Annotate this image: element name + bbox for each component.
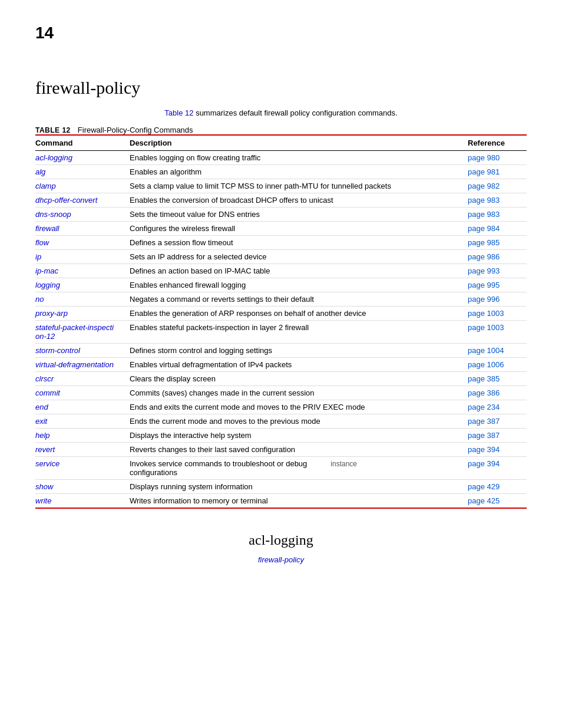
reference-link[interactable]: page 425 bbox=[468, 496, 500, 505]
reference-link[interactable]: page 985 bbox=[468, 238, 500, 247]
description-text: Writes information to memory or terminal bbox=[130, 496, 268, 505]
reference-link[interactable]: page 386 bbox=[468, 388, 500, 397]
command-link[interactable]: end bbox=[35, 403, 48, 411]
command-link[interactable]: acl-logging bbox=[35, 153, 72, 162]
description-text: Enables enhanced firewall logging bbox=[130, 281, 246, 289]
cell-description: Enables logging on flow creating traffic bbox=[130, 151, 468, 165]
command-link[interactable]: firewall bbox=[35, 224, 59, 233]
cell-command: clamp bbox=[35, 179, 130, 193]
command-link[interactable]: write bbox=[35, 496, 51, 505]
command-link[interactable]: ip bbox=[35, 252, 41, 261]
cell-description: Ends and exits the current mode and move… bbox=[130, 400, 468, 414]
description-text: Enables an algorithm bbox=[130, 167, 201, 176]
table-12-link[interactable]: Table 12 bbox=[164, 108, 193, 117]
subsection-link[interactable]: firewall-policy bbox=[35, 555, 527, 564]
table-row: firewallConfigures the wireless firewall… bbox=[35, 222, 527, 236]
command-link[interactable]: stateful-packet-inspection-12 bbox=[35, 323, 114, 341]
table-row: serviceInvokes service commands to troub… bbox=[35, 457, 527, 480]
description-text: Sets a clamp value to limit TCP MSS to i… bbox=[130, 182, 391, 190]
reference-link[interactable]: page 387 bbox=[468, 431, 500, 440]
command-link[interactable]: commit bbox=[35, 388, 60, 397]
description-text: Clears the display screen bbox=[130, 374, 216, 383]
reference-link[interactable]: page 234 bbox=[468, 403, 500, 411]
cell-reference: page 986 bbox=[468, 250, 527, 264]
command-link[interactable]: show bbox=[35, 482, 53, 491]
intro-rest: summarizes default firewall policy confi… bbox=[196, 108, 397, 117]
table-row: clrscrClears the display screenpage 385 bbox=[35, 372, 527, 386]
cell-description: Ends the current mode and moves to the p… bbox=[130, 414, 468, 429]
reference-link[interactable]: page 385 bbox=[468, 374, 500, 383]
cell-description: Commits (saves) changes made in the curr… bbox=[130, 386, 468, 400]
cell-command: virtual-defragmentation bbox=[35, 358, 130, 372]
command-link[interactable]: revert bbox=[35, 445, 55, 454]
cell-reference: page 429 bbox=[468, 480, 527, 494]
cell-description: Displays the interactive help system bbox=[130, 429, 468, 443]
reference-link[interactable]: page 1006 bbox=[468, 360, 504, 369]
reference-link[interactable]: page 982 bbox=[468, 182, 500, 190]
command-link[interactable]: dhcp-offer-convert bbox=[35, 196, 97, 205]
table-row: helpDisplays the interactive help system… bbox=[35, 429, 527, 443]
description-text: Invokes service commands to troubleshoot… bbox=[130, 459, 357, 477]
cell-command: ip bbox=[35, 250, 130, 264]
command-link[interactable]: flow bbox=[35, 238, 49, 247]
command-link[interactable]: proxy-arp bbox=[35, 309, 68, 318]
cell-command: commit bbox=[35, 386, 130, 400]
cell-reference: page 1003 bbox=[468, 321, 527, 344]
table-row: noNegates a command or reverts settings … bbox=[35, 292, 527, 307]
command-link[interactable]: storm-control bbox=[35, 346, 80, 355]
cell-reference: page 983 bbox=[468, 193, 527, 207]
reference-link[interactable]: page 995 bbox=[468, 281, 500, 289]
cell-description: Sets a clamp value to limit TCP MSS to i… bbox=[130, 179, 468, 193]
command-link[interactable]: clrscr bbox=[35, 374, 54, 383]
reference-link[interactable]: page 1004 bbox=[468, 346, 504, 355]
cell-reference: page 1003 bbox=[468, 307, 527, 321]
reference-link[interactable]: page 1003 bbox=[468, 323, 504, 332]
reference-link[interactable]: page 986 bbox=[468, 252, 500, 261]
cell-reference: page 996 bbox=[468, 292, 527, 307]
command-link[interactable]: no bbox=[35, 295, 44, 304]
firewall-policy-table: Command Description Reference acl-loggin… bbox=[35, 134, 527, 509]
cell-reference: page 995 bbox=[468, 278, 527, 292]
reference-link[interactable]: page 983 bbox=[468, 196, 500, 205]
command-link[interactable]: virtual-defragmentation bbox=[35, 360, 114, 369]
reference-link[interactable]: page 981 bbox=[468, 167, 500, 176]
cell-reference: page 1006 bbox=[468, 358, 527, 372]
cell-description: Sets the timeout value for DNS entries bbox=[130, 207, 468, 222]
cell-command: help bbox=[35, 429, 130, 443]
reference-link[interactable]: page 984 bbox=[468, 224, 500, 233]
reference-link[interactable]: page 429 bbox=[468, 482, 500, 491]
command-link[interactable]: ip-mac bbox=[35, 266, 58, 275]
cell-reference: page 425 bbox=[468, 494, 527, 509]
cell-reference: page 234 bbox=[468, 400, 527, 414]
cell-command: clrscr bbox=[35, 372, 130, 386]
command-link[interactable]: alg bbox=[35, 167, 45, 176]
description-text: Defines storm control and logging settin… bbox=[130, 346, 272, 355]
command-link[interactable]: service bbox=[35, 459, 59, 468]
table-row: flowDefines a session flow timeoutpage 9… bbox=[35, 236, 527, 250]
cell-command: logging bbox=[35, 278, 130, 292]
reference-link[interactable]: page 983 bbox=[468, 210, 500, 219]
table-header-row: Command Description Reference bbox=[35, 135, 527, 151]
reference-link[interactable]: page 394 bbox=[468, 445, 500, 454]
reference-link[interactable]: page 993 bbox=[468, 266, 500, 275]
cell-description: Defines an action based on IP-MAC table bbox=[130, 264, 468, 278]
reference-link[interactable]: page 1003 bbox=[468, 309, 504, 318]
cell-reference: page 983 bbox=[468, 207, 527, 222]
command-link[interactable]: dns-snoop bbox=[35, 210, 71, 219]
reference-link[interactable]: page 394 bbox=[468, 459, 500, 468]
command-link[interactable]: logging bbox=[35, 281, 60, 289]
command-link[interactable]: help bbox=[35, 431, 50, 440]
cell-description: Invokes service commands to troubleshoot… bbox=[130, 457, 468, 480]
command-link[interactable]: clamp bbox=[35, 182, 56, 190]
table-row: revertReverts changes to their last save… bbox=[35, 443, 527, 457]
description-text: Commits (saves) changes made in the curr… bbox=[130, 388, 315, 397]
header-command: Command bbox=[35, 135, 130, 151]
section-title: firewall-policy bbox=[35, 78, 527, 98]
command-link[interactable]: exit bbox=[35, 417, 47, 426]
reference-link[interactable]: page 387 bbox=[468, 417, 500, 426]
reference-link[interactable]: page 996 bbox=[468, 295, 500, 304]
description-text: Displays running system information bbox=[130, 482, 253, 491]
cell-description: Enables enhanced firewall logging bbox=[130, 278, 468, 292]
cell-command: dns-snoop bbox=[35, 207, 130, 222]
reference-link[interactable]: page 980 bbox=[468, 153, 500, 162]
